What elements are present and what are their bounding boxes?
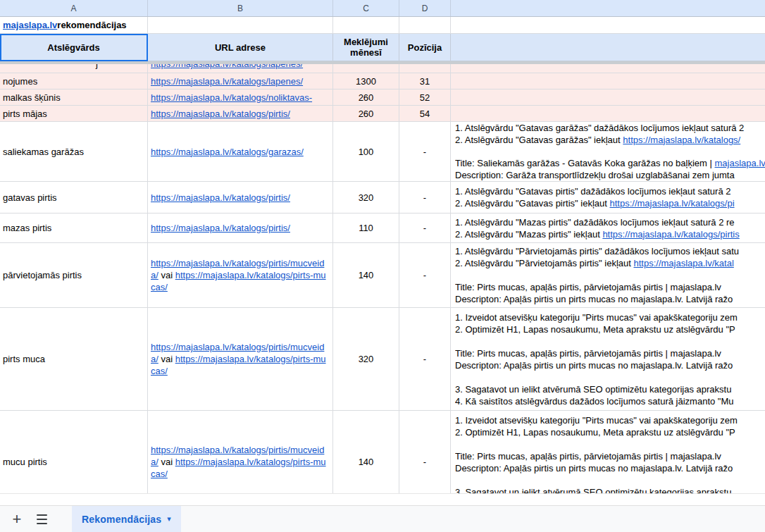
url-cell[interactable]: https://majaslapa.lv/katalogs/pirtis/muc… (148, 243, 333, 308)
url-link[interactable]: https://majaslapa.lv/katalogs/pirts-muca… (151, 354, 326, 376)
searches-cell[interactable]: 1300 (333, 73, 399, 89)
position-cell[interactable]: - (399, 411, 451, 493)
sheet-tab-rekomendacijas[interactable]: Rekomendācijas ▾ (72, 506, 181, 532)
url-link[interactable]: majaslapa.lv (715, 158, 765, 168)
keyword-cell[interactable]: saliekamas garāžas (0, 122, 148, 182)
keyword-cell[interactable]: pārvietojamās pirtis (0, 243, 148, 308)
note-line: 2. Optimizēt H1, Lapas nosaukumu, Meta a… (455, 426, 765, 438)
chevron-down-icon[interactable]: ▾ (167, 514, 171, 524)
url-cell[interactable]: https://majaslapa.lv/katalogs/noliktavas… (148, 89, 333, 106)
notes-cell[interactable] (451, 64, 765, 73)
url-cell[interactable]: https://majaslapa.lv/katalogs/pirtis/ (148, 214, 333, 243)
position-cell[interactable]: - (399, 243, 451, 308)
position-cell[interactable]: 52 (399, 89, 451, 106)
url-link[interactable]: https://majaslapa.lv/katalogs/lapenes/ (151, 76, 303, 87)
keyword-cell[interactable]: gatavas pirtis (0, 182, 148, 214)
text-segment: 2. Atslēgvārdu "Mazas pirtis" iekļaut (455, 229, 602, 240)
column-header-D[interactable]: D (399, 0, 451, 16)
url-link[interactable]: https://majaslapa.lv/katalogs/pirtis/ (151, 192, 290, 203)
column-header-B[interactable]: B (148, 0, 333, 16)
position-cell[interactable]: - (399, 308, 451, 411)
url-cell[interactable]: https://majaslapa.lv/katalogs/pirtis/ (148, 182, 333, 214)
url-link[interactable]: https://majaslapa.lv/katalogs/lapenes/ (151, 64, 303, 69)
notes-cell[interactable]: 1. Atslēgvārdu "Gatavas pirtis" dažādāko… (451, 182, 765, 214)
column-header-e[interactable] (451, 0, 765, 16)
url-link[interactable]: https://majaslapa.lv/katalogs/noliktavas… (151, 92, 312, 103)
column-header-A[interactable]: A (0, 0, 148, 16)
searches-cell[interactable]: 320 (333, 308, 399, 411)
majaslapa-link[interactable]: majaslapa.lv (3, 20, 57, 30)
url-link[interactable]: https://majaslapa.lv/katalogs/pirtis/ (151, 223, 290, 233)
keyword-cell[interactable]: nojumes (0, 73, 148, 89)
all-sheets-button[interactable] (30, 509, 54, 530)
notes-cell[interactable] (451, 73, 765, 89)
column-header-strip: ABCD (0, 0, 765, 17)
notes-cell[interactable] (451, 89, 765, 106)
url-cell[interactable]: https://majaslapa.lv/katalogs/lapenes/ (148, 64, 333, 73)
note-line: 1. Izveidot atsevišķu kategoriju "Pirts … (455, 311, 765, 323)
text-segment: Description: Garāža transportlīdzekļu dr… (455, 170, 735, 180)
note-line: Title: Saliekamās garāžas - Gatavās Koka… (455, 157, 765, 169)
header-cell-notes[interactable] (451, 34, 765, 61)
searches-cell[interactable]: 140 (333, 243, 399, 308)
url-cell[interactable]: https://majaslapa.lv/katalogs/lapenes/ (148, 73, 333, 89)
text-segment: vai (158, 354, 175, 364)
table-row: mucu pirtishttps://majaslapa.lv/katalogs… (0, 411, 765, 493)
url-cell[interactable]: https://majaslapa.lv/katalogs/garazas/ (148, 122, 333, 182)
title-row-cell[interactable] (451, 17, 765, 34)
keyword-cell[interactable]: mazas pirtis (0, 214, 148, 243)
position-cell[interactable]: 54 (399, 106, 451, 122)
url-link[interactable]: https://majaslapa.lv/katalogs/pirts-muca… (151, 270, 326, 292)
notes-cell[interactable]: 1. Izveidot atsevišķu kategoriju "Pirts … (451, 411, 765, 493)
searches-cell[interactable]: 110 (333, 214, 399, 243)
url-cell[interactable]: https://majaslapa.lv/katalogs/pirtis/ (148, 106, 333, 122)
url-link[interactable]: https://majaslapa.lv/katalogs/pirtis (602, 229, 739, 240)
searches-cell[interactable]: 320 (333, 182, 399, 214)
title-row-cell[interactable] (148, 17, 333, 34)
header-cell-url[interactable]: URL adrese (148, 34, 333, 61)
searches-cell[interactable] (333, 64, 399, 73)
text-segment: 1. Izveidot atsevišķu kategoriju "Pirts … (455, 312, 738, 323)
sheet-title-text: majaslapa.lv rekomendācijas (3, 17, 127, 33)
searches-cell[interactable]: 140 (333, 411, 399, 493)
keyword-cell[interactable]: malkas šķūnis (0, 89, 148, 106)
header-cell-keyword[interactable]: Atslēgvārds (0, 34, 148, 61)
add-sheet-button[interactable]: + (0, 509, 24, 530)
column-header-C[interactable]: C (333, 0, 399, 16)
keyword-cell[interactable]: pirts mājas (0, 106, 148, 122)
keyword-cell[interactable]: j (0, 64, 148, 73)
position-cell[interactable]: - (399, 214, 451, 243)
notes-cell[interactable]: 1. Atslēgvārdu "Mazas pirtis" dažādākos … (451, 214, 765, 243)
plus-icon: + (13, 512, 22, 527)
position-cell[interactable]: - (399, 122, 451, 182)
url-cell[interactable]: https://majaslapa.lv/katalogs/pirtis/muc… (148, 308, 333, 411)
url-cell[interactable]: https://majaslapa.lv/katalogs/pirtis/muc… (148, 411, 333, 493)
url-link[interactable]: https://majaslapa.lv/katalogs/garazas/ (151, 147, 304, 157)
notes-cell[interactable]: 1. Atslēgvārdu "Gatavas garāžas" dažādāk… (451, 122, 765, 182)
keyword-cell[interactable]: pirts muca (0, 308, 148, 411)
notes-cell[interactable]: 1. Atslēgvārdu "Pārvietojamās pirtis" da… (451, 243, 765, 308)
position-cell[interactable]: 31 (399, 73, 451, 89)
title-row-cell[interactable] (399, 17, 451, 34)
header-cell-searches[interactable]: Meklējumi mēnesī (333, 34, 399, 61)
title-row-cell[interactable] (333, 17, 399, 34)
url-link[interactable]: https://majaslapa.lv/katal (633, 258, 733, 268)
note-line (455, 371, 765, 383)
notes-cell[interactable] (451, 106, 765, 122)
position-cell[interactable]: - (399, 182, 451, 214)
searches-cell[interactable]: 260 (333, 106, 399, 122)
notes-cell[interactable]: 1. Izveidot atsevišķu kategoriju "Pirts … (451, 308, 765, 411)
text-segment: 1. Atslēgvārdu "Mazas pirtis" dažādākos … (455, 217, 735, 228)
url-link[interactable]: https://majaslapa.lv/katalogs/ (623, 135, 740, 145)
url-link[interactable]: https://majaslapa.lv/katalogs/pi (610, 198, 735, 209)
note-line: 1. Atslēgvārdu "Gatavas pirtis" dažādāko… (455, 185, 765, 197)
searches-cell[interactable]: 260 (333, 89, 399, 106)
header-cell-position[interactable]: Pozīcija (399, 34, 451, 61)
url-link[interactable]: https://majaslapa.lv/katalogs/pirts-muca… (151, 457, 326, 479)
text-segment: 1. Atslēgvārdu "Gatavas pirtis" dažādāko… (455, 186, 731, 197)
keyword-cell[interactable]: mucu pirtis (0, 411, 148, 493)
position-cell[interactable] (399, 64, 451, 73)
searches-cell[interactable]: 100 (333, 122, 399, 182)
url-link[interactable]: https://majaslapa.lv/katalogs/pirtis/ (151, 109, 290, 119)
text-segment: 3. Sagatavot un ielikt atvērumā SEO opti… (455, 487, 731, 494)
